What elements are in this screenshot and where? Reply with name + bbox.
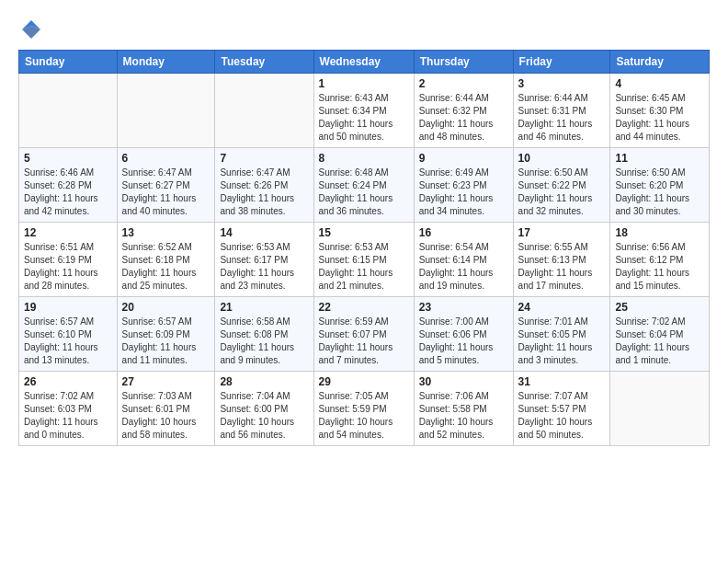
day-number: 13: [122, 226, 210, 239]
day-info: Sunrise: 6:43 AM Sunset: 6:34 PM Dayligh…: [319, 92, 409, 144]
calendar-cell: [215, 74, 313, 148]
day-number: 19: [24, 301, 112, 314]
calendar-cell: 9Sunrise: 6:49 AM Sunset: 6:23 PM Daylig…: [414, 148, 513, 223]
calendar-cell: 3Sunrise: 6:44 AM Sunset: 6:31 PM Daylig…: [513, 74, 610, 148]
day-info: Sunrise: 7:02 AM Sunset: 6:03 PM Dayligh…: [24, 390, 112, 442]
day-number: 15: [319, 226, 409, 239]
calendar-cell: 6Sunrise: 6:47 AM Sunset: 6:27 PM Daylig…: [117, 148, 215, 223]
day-info: Sunrise: 7:04 AM Sunset: 6:00 PM Dayligh…: [220, 390, 308, 442]
calendar-cell: 18Sunrise: 6:56 AM Sunset: 6:12 PM Dayli…: [610, 223, 710, 297]
day-number: 26: [24, 375, 112, 388]
day-info: Sunrise: 6:58 AM Sunset: 6:08 PM Dayligh…: [220, 316, 308, 367]
calendar-day-header: Monday: [117, 51, 215, 74]
day-info: Sunrise: 6:53 AM Sunset: 6:15 PM Dayligh…: [319, 241, 409, 293]
calendar-cell: 4Sunrise: 6:45 AM Sunset: 6:30 PM Daylig…: [610, 74, 710, 148]
day-info: Sunrise: 6:55 AM Sunset: 6:13 PM Dayligh…: [518, 241, 606, 293]
day-number: 20: [122, 301, 210, 314]
calendar-week-row: 12Sunrise: 6:51 AM Sunset: 6:19 PM Dayli…: [19, 223, 710, 297]
day-number: 11: [615, 152, 704, 165]
day-number: 16: [419, 226, 508, 239]
day-info: Sunrise: 6:46 AM Sunset: 6:28 PM Dayligh…: [24, 167, 112, 218]
day-info: Sunrise: 7:06 AM Sunset: 5:58 PM Dayligh…: [419, 390, 508, 442]
day-number: 3: [518, 77, 606, 90]
day-info: Sunrise: 6:50 AM Sunset: 6:20 PM Dayligh…: [615, 167, 704, 218]
day-info: Sunrise: 6:57 AM Sunset: 6:09 PM Dayligh…: [122, 316, 210, 367]
calendar-table: SundayMondayTuesdayWednesdayThursdayFrid…: [18, 50, 710, 446]
calendar-cell: 17Sunrise: 6:55 AM Sunset: 6:13 PM Dayli…: [513, 223, 610, 297]
day-number: 5: [24, 152, 112, 165]
calendar-cell: 19Sunrise: 6:57 AM Sunset: 6:10 PM Dayli…: [19, 297, 118, 372]
calendar-cell: 26Sunrise: 7:02 AM Sunset: 6:03 PM Dayli…: [19, 372, 118, 446]
day-info: Sunrise: 6:50 AM Sunset: 6:22 PM Dayligh…: [518, 167, 606, 218]
calendar-week-row: 1Sunrise: 6:43 AM Sunset: 6:34 PM Daylig…: [19, 74, 710, 148]
calendar-cell: 11Sunrise: 6:50 AM Sunset: 6:20 PM Dayli…: [610, 148, 710, 223]
day-info: Sunrise: 6:51 AM Sunset: 6:19 PM Dayligh…: [24, 241, 112, 293]
day-info: Sunrise: 7:05 AM Sunset: 5:59 PM Dayligh…: [319, 390, 409, 442]
day-info: Sunrise: 6:45 AM Sunset: 6:30 PM Dayligh…: [615, 92, 704, 144]
day-number: 1: [319, 77, 409, 90]
calendar-cell: 28Sunrise: 7:04 AM Sunset: 6:00 PM Dayli…: [215, 372, 313, 446]
calendar-cell: 8Sunrise: 6:48 AM Sunset: 6:24 PM Daylig…: [313, 148, 414, 223]
calendar-day-header: Tuesday: [215, 51, 313, 74]
day-number: 18: [615, 226, 704, 239]
calendar-cell: 13Sunrise: 6:52 AM Sunset: 6:18 PM Dayli…: [117, 223, 215, 297]
day-info: Sunrise: 7:01 AM Sunset: 6:05 PM Dayligh…: [518, 316, 606, 367]
day-info: Sunrise: 7:00 AM Sunset: 6:06 PM Dayligh…: [419, 316, 508, 367]
calendar-day-header: Saturday: [610, 51, 710, 74]
day-number: 6: [122, 152, 210, 165]
calendar-cell: 20Sunrise: 6:57 AM Sunset: 6:09 PM Dayli…: [117, 297, 215, 372]
calendar-week-row: 19Sunrise: 6:57 AM Sunset: 6:10 PM Dayli…: [19, 297, 710, 372]
day-number: 4: [615, 77, 704, 90]
calendar-week-row: 26Sunrise: 7:02 AM Sunset: 6:03 PM Dayli…: [19, 372, 710, 446]
day-info: Sunrise: 6:56 AM Sunset: 6:12 PM Dayligh…: [615, 241, 704, 293]
calendar-week-row: 5Sunrise: 6:46 AM Sunset: 6:28 PM Daylig…: [19, 148, 710, 223]
day-info: Sunrise: 6:44 AM Sunset: 6:31 PM Dayligh…: [518, 92, 606, 144]
calendar-cell: 25Sunrise: 7:02 AM Sunset: 6:04 PM Dayli…: [610, 297, 710, 372]
day-info: Sunrise: 6:48 AM Sunset: 6:24 PM Dayligh…: [319, 167, 409, 218]
calendar-cell: 16Sunrise: 6:54 AM Sunset: 6:14 PM Dayli…: [414, 223, 513, 297]
logo-icon: [18, 17, 44, 42]
calendar-cell: 5Sunrise: 6:46 AM Sunset: 6:28 PM Daylig…: [19, 148, 118, 223]
calendar-header-row: SundayMondayTuesdayWednesdayThursdayFrid…: [19, 51, 710, 74]
calendar-day-header: Friday: [513, 51, 610, 74]
day-number: 10: [518, 152, 606, 165]
calendar-cell: 23Sunrise: 7:00 AM Sunset: 6:06 PM Dayli…: [414, 297, 513, 372]
day-number: 14: [220, 226, 308, 239]
page: SundayMondayTuesdayWednesdayThursdayFrid…: [0, 0, 728, 463]
day-number: 9: [419, 152, 508, 165]
day-number: 24: [518, 301, 606, 314]
calendar-cell: [117, 74, 215, 148]
day-number: 29: [319, 375, 409, 388]
day-number: 28: [220, 375, 308, 388]
day-number: 31: [518, 375, 606, 388]
day-info: Sunrise: 6:57 AM Sunset: 6:10 PM Dayligh…: [24, 316, 112, 367]
day-number: 23: [419, 301, 508, 314]
calendar-cell: 7Sunrise: 6:47 AM Sunset: 6:26 PM Daylig…: [215, 148, 313, 223]
day-info: Sunrise: 6:59 AM Sunset: 6:07 PM Dayligh…: [319, 316, 409, 367]
day-number: 17: [518, 226, 606, 239]
logo: [18, 17, 48, 42]
calendar-cell: 29Sunrise: 7:05 AM Sunset: 5:59 PM Dayli…: [313, 372, 414, 446]
day-info: Sunrise: 6:44 AM Sunset: 6:32 PM Dayligh…: [419, 92, 508, 144]
day-number: 25: [615, 301, 704, 314]
day-info: Sunrise: 6:49 AM Sunset: 6:23 PM Dayligh…: [419, 167, 508, 218]
day-number: 27: [122, 375, 210, 388]
calendar-day-header: Sunday: [19, 51, 118, 74]
calendar-cell: 22Sunrise: 6:59 AM Sunset: 6:07 PM Dayli…: [313, 297, 414, 372]
day-number: 8: [319, 152, 409, 165]
calendar-cell: 27Sunrise: 7:03 AM Sunset: 6:01 PM Dayli…: [117, 372, 215, 446]
day-info: Sunrise: 6:54 AM Sunset: 6:14 PM Dayligh…: [419, 241, 508, 293]
calendar-cell: 12Sunrise: 6:51 AM Sunset: 6:19 PM Dayli…: [19, 223, 118, 297]
calendar-cell: [19, 74, 118, 148]
day-number: 2: [419, 77, 508, 90]
day-info: Sunrise: 6:47 AM Sunset: 6:26 PM Dayligh…: [220, 167, 308, 218]
header: [18, 17, 710, 42]
calendar-cell: 21Sunrise: 6:58 AM Sunset: 6:08 PM Dayli…: [215, 297, 313, 372]
calendar-cell: 24Sunrise: 7:01 AM Sunset: 6:05 PM Dayli…: [513, 297, 610, 372]
day-number: 30: [419, 375, 508, 388]
day-number: 12: [24, 226, 112, 239]
calendar-cell: 30Sunrise: 7:06 AM Sunset: 5:58 PM Dayli…: [414, 372, 513, 446]
day-number: 7: [220, 152, 308, 165]
calendar-cell: 31Sunrise: 7:07 AM Sunset: 5:57 PM Dayli…: [513, 372, 610, 446]
calendar-day-header: Thursday: [414, 51, 513, 74]
